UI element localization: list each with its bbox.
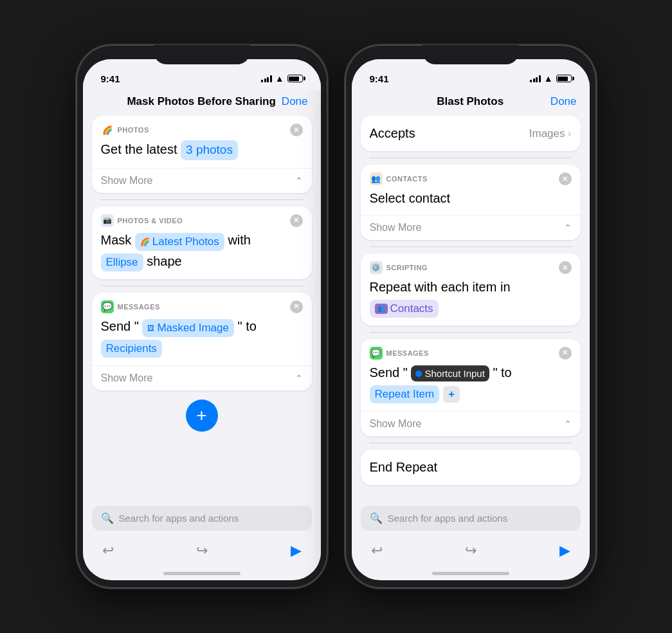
messages2-card: 💬 MESSAGES ✕ Send " Shortcut Input "	[361, 339, 581, 436]
photos-icon: 🌈	[101, 124, 114, 136]
messages2-category: 💬 MESSAGES	[370, 347, 429, 360]
masked-image-icon: 🖼	[147, 324, 154, 333]
scripting-icon: ⚙️	[370, 261, 383, 274]
search-bar-left[interactable]: 🔍 Search for apps and actions	[92, 506, 312, 531]
undo-button-left[interactable]: ↩	[102, 542, 114, 559]
messages-show-more-label: Show More	[101, 372, 153, 384]
shortcut-input-token[interactable]: Shortcut Input	[411, 365, 489, 381]
contacts-label: CONTACTS	[386, 175, 428, 183]
shortcut-text: Shortcut Input	[424, 367, 484, 380]
masked-image-token[interactable]: 🖼 Masked Image	[142, 319, 234, 337]
nav-title-right: Blast Photos	[390, 95, 550, 108]
shortcut-dot	[415, 371, 422, 377]
contacts-card-inner: 👥 CONTACTS ✕ Select contact	[361, 165, 581, 215]
scripting-content: Repeat with each item in 👥 Contacts	[370, 278, 572, 318]
mask-prefix: Mask	[101, 233, 132, 247]
end-repeat-label: End Repeat	[370, 460, 438, 474]
battery-left	[287, 75, 303, 82]
messages2-close[interactable]: ✕	[559, 347, 572, 360]
select-contact-text: Select contact	[370, 191, 451, 205]
search-icon-left: 🔍	[101, 512, 114, 524]
redo-button-right[interactable]: ↪	[465, 542, 477, 559]
signal-left	[261, 75, 272, 82]
contacts-header: 👥 CONTACTS ✕	[370, 172, 572, 185]
contacts-content: Select contact	[370, 189, 572, 207]
divider-r4	[370, 443, 572, 443]
ellipse-token[interactable]: Ellipse	[101, 253, 143, 271]
send-prefix: Send "	[101, 319, 139, 333]
contacts-card: 👥 CONTACTS ✕ Select contact Show More ⌃	[361, 165, 581, 240]
scripting-label: SCRIPTING	[386, 264, 428, 271]
messages-show-more[interactable]: Show More ⌃	[92, 365, 312, 390]
latest-photos-token[interactable]: 🌈 Latest Photos	[135, 233, 224, 251]
photos-category: 🌈 PHOTOS	[101, 124, 149, 136]
photos-video-close[interactable]: ✕	[290, 214, 303, 227]
play-button-right[interactable]: ▶	[559, 542, 570, 559]
contacts-close[interactable]: ✕	[559, 172, 572, 185]
phone-right: 9:41 ▲ Blast Photos	[345, 45, 596, 588]
accepts-row: Accepts Images ›	[361, 116, 581, 151]
photos-show-more-label: Show More	[101, 175, 153, 187]
divider-r3	[370, 332, 572, 333]
photos-close-btn[interactable]: ✕	[290, 124, 303, 136]
photos-token[interactable]: 3 photos	[181, 140, 238, 160]
accepts-label: Accepts	[370, 126, 415, 141]
divider-r1	[370, 158, 572, 158]
contacts-show-more[interactable]: Show More ⌃	[361, 215, 581, 240]
play-button-left[interactable]: ▶	[291, 542, 302, 559]
divider-r2	[370, 246, 572, 247]
messages-icon: 💬	[101, 300, 114, 313]
battery-right	[556, 75, 572, 82]
photos-video-content: Mask 🌈 Latest Photos with Ellipse shape	[101, 231, 303, 271]
messages2-card-inner: 💬 MESSAGES ✕ Send " Shortcut Input "	[361, 339, 581, 411]
screen-content-right: Accepts Images › 👥 CONTACTS	[352, 116, 590, 506]
messages2-show-more[interactable]: Show More ⌃	[361, 411, 581, 436]
send-suffix: " to	[238, 319, 257, 333]
recipients-token[interactable]: Recipients	[101, 340, 162, 358]
search-icon-right: 🔍	[370, 512, 383, 524]
nav-done-left[interactable]: Done	[282, 95, 308, 108]
contacts-token[interactable]: 👥 Contacts	[370, 300, 439, 318]
bar4	[270, 75, 272, 82]
accepts-value[interactable]: Images ›	[529, 127, 572, 140]
battery-fill-right	[558, 77, 568, 81]
messages2-icon: 💬	[370, 347, 383, 360]
contacts-show-more-label: Show More	[370, 222, 422, 234]
search-bar-right[interactable]: 🔍 Search for apps and actions	[361, 506, 581, 531]
battery-fill-left	[289, 77, 299, 81]
photos-category-label: PHOTOS	[118, 126, 149, 134]
messages-card-inner: 💬 MESSAGES ✕ Send " 🖼 Masked Image "	[92, 293, 312, 365]
undo-button-right[interactable]: ↩	[371, 542, 383, 559]
bar3	[267, 77, 269, 82]
status-icons-right: ▲	[530, 73, 571, 84]
redo-button-left[interactable]: ↪	[196, 542, 208, 559]
plus-token[interactable]: +	[443, 386, 460, 403]
divider-2	[101, 286, 303, 286]
add-button-left[interactable]: +	[186, 399, 218, 432]
nav-done-right[interactable]: Done	[550, 95, 577, 108]
rbar2	[533, 78, 535, 82]
accepts-images-text: Images	[529, 127, 565, 140]
photos-video-card: 📸 PHOTOS & VIDEO ✕ Mask 🌈 Latest Photos	[92, 206, 312, 279]
scripting-category: ⚙️ SCRIPTING	[370, 261, 428, 274]
repeat-prefix: Repeat with each item in	[370, 280, 511, 294]
status-icons-left: ▲	[261, 73, 302, 84]
repeat-item-token[interactable]: Repeat Item	[370, 385, 440, 403]
latest-photos-text: Latest Photos	[152, 234, 219, 250]
latest-photos-icon: 🌈	[140, 237, 150, 248]
messages-close[interactable]: ✕	[290, 300, 303, 313]
scripting-header: ⚙️ SCRIPTING ✕	[370, 261, 572, 274]
messages-chevron: ⌃	[295, 373, 303, 383]
search-placeholder-right: Search for apps and actions	[388, 513, 508, 524]
photos-video-category: 📸 PHOTOS & VIDEO	[101, 214, 183, 227]
rbar4	[539, 75, 541, 82]
messages2-chevron: ⌃	[564, 419, 572, 429]
toolbar-left: ↩ ↪ ▶	[83, 537, 321, 572]
shape-text: shape	[147, 254, 182, 268]
scripting-card: ⚙️ SCRIPTING ✕ Repeat with each item in …	[361, 253, 581, 326]
scripting-close[interactable]: ✕	[559, 261, 572, 274]
photos-video-label: PHOTOS & VIDEO	[118, 217, 183, 225]
photos-video-card-inner: 📸 PHOTOS & VIDEO ✕ Mask 🌈 Latest Photos	[92, 206, 312, 279]
photos-show-more[interactable]: Show More ⌃	[92, 168, 312, 193]
bar1	[261, 80, 263, 82]
